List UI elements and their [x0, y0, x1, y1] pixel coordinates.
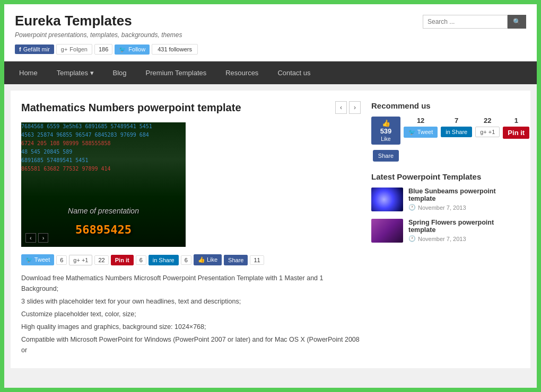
latest-item-date-1: 🕐 November 7, 2013: [408, 235, 520, 242]
latest-thumb-0: [371, 188, 403, 211]
fb-like-count: 👍 539: [377, 119, 395, 135]
gplus-share-btn[interactable]: g+ +1: [69, 255, 92, 265]
article-image: 7684568 6559 3e5h63 6891685 57489541 545…: [21, 122, 186, 247]
nav-resources[interactable]: Resources: [216, 61, 268, 84]
thumb-img-1: [371, 219, 403, 243]
search-button[interactable]: 🔍: [508, 15, 526, 29]
gplus-count: 186: [94, 44, 112, 55]
twitter-icon: 🐦: [119, 46, 126, 53]
latest-info-0: Blue Sunbeams powerpoint template 🕐 Nove…: [408, 188, 520, 211]
num-line-2: 4563 25874 96855 96547 6845283 97699 684: [21, 131, 186, 139]
latest-section: Latest Powerpoint Templates Blue Sunbeam…: [371, 172, 520, 243]
tweet-count: 6: [56, 255, 67, 265]
nav-blog[interactable]: Blog: [103, 61, 136, 84]
social-bar: f Gefällt mir g+ Folgen 186 🐦 Follow 431: [15, 44, 198, 55]
outer-border: Eureka Templates Powerpoint presentation…: [0, 0, 541, 392]
site-tagline: Powerpoint presentations, templates, bac…: [15, 31, 198, 39]
li-col: 7 in Share: [441, 117, 472, 137]
pin-count: 6: [136, 255, 146, 265]
latest-title: Latest Powerpoint Templates: [371, 172, 520, 181]
article-header: Mathematics Numbers powerpoint template …: [21, 101, 361, 114]
pin-sidebar-count: 1: [514, 117, 518, 124]
desc-1: Download free Mathematics Numbers Micros…: [21, 273, 361, 294]
recommend-grid: 👍 539 Like Share 12 🐦 Tweet: [371, 117, 520, 162]
nav-home[interactable]: Home: [10, 61, 47, 84]
latest-item-date-0: 🕐 November 7, 2013: [408, 204, 520, 211]
main-wrapper: Eureka Templates Powerpoint presentation…: [4, 4, 537, 388]
recommend-title: Recommend us: [371, 101, 520, 110]
tweet-sidebar-btn[interactable]: 🐦 Tweet: [404, 127, 438, 138]
nav-arrows: ‹ ›: [335, 101, 361, 114]
twitter-follow-btn[interactable]: 🐦 Follow: [115, 44, 150, 55]
slider-arrows: ‹ ›: [25, 233, 48, 243]
gplus-label: Folgen: [69, 46, 88, 52]
slider-next[interactable]: ›: [38, 233, 49, 243]
nav-premium[interactable]: Premium Templates: [136, 61, 216, 84]
li-sidebar-btn[interactable]: in Share: [441, 127, 472, 137]
like-count: 11: [250, 255, 264, 265]
fb-share-btn[interactable]: Share: [224, 255, 248, 265]
pin-sidebar-btn[interactable]: Pin it: [503, 127, 529, 139]
gplus-icon: g+: [61, 46, 68, 52]
search-input[interactable]: [423, 15, 508, 29]
gplus-follow-btn[interactable]: g+ Folgen: [56, 44, 92, 55]
gplus-sidebar-count: 22: [484, 117, 491, 124]
tweet-button[interactable]: 🐦 Tweet: [21, 254, 54, 265]
fb-like-btn[interactable]: 👍 Like: [194, 254, 222, 265]
num-line-4: 48 545 20845 589: [21, 148, 186, 156]
brand-area: Eureka Templates Powerpoint presentation…: [15, 13, 198, 55]
slider-prev[interactable]: ‹: [25, 233, 36, 243]
sidebar: Recommend us 👍 539 Like Share: [371, 101, 520, 358]
recommend-section: Recommend us 👍 539 Like Share: [371, 101, 520, 162]
num-line-1: 7684568 6559 3e5h63 6891685 57489541 545…: [21, 122, 186, 131]
presentation-label: Name of presentation: [68, 207, 139, 215]
share-row: 🐦 Tweet 6 g+ +1 22 Pin it 6 in Share 6 👍…: [21, 254, 361, 265]
desc-2: 3 slides with placeholder text for your …: [21, 296, 361, 307]
fb-like-label: Like: [381, 136, 390, 142]
nav-templates[interactable]: Templates ▾: [47, 61, 103, 84]
linkedin-btn[interactable]: in Share: [149, 255, 179, 265]
main-content: Mathematics Numbers powerpoint template …: [21, 101, 361, 358]
latest-item-title-0[interactable]: Blue Sunbeams powerpoint template: [408, 188, 520, 202]
fb-label: Gefällt mir: [23, 46, 50, 52]
list-item: Blue Sunbeams powerpoint template 🕐 Nove…: [371, 188, 520, 211]
twitter-count: 431 followers: [152, 44, 198, 55]
gplus-col: 22 g+ +1: [475, 117, 500, 137]
latest-info-1: Spring Flowers powerpoint template 🕐 Nov…: [408, 219, 520, 242]
num-line-3: 6724 205 108 98999 588555858: [21, 139, 186, 148]
facebook-like-btn[interactable]: f Gefällt mir: [15, 44, 54, 54]
site-title: Eureka Templates: [15, 13, 198, 29]
tweet-sidebar-count: 12: [417, 117, 424, 124]
prev-arrow[interactable]: ‹: [335, 101, 347, 114]
fb-col: 👍 539 Like Share: [371, 117, 400, 162]
header-top: Eureka Templates Powerpoint presentation…: [15, 13, 526, 55]
li-sidebar-count: 7: [455, 117, 458, 124]
image-bg: 7684568 6559 3e5h63 6891685 57489541 545…: [21, 122, 186, 247]
nav-contact[interactable]: Contact us: [268, 61, 320, 84]
desc-5: Compatible with Microsoft PowerPoint for…: [21, 334, 361, 355]
latest-item-title-1[interactable]: Spring Flowers powerpoint template: [408, 219, 520, 234]
share-label: Share: [378, 153, 394, 159]
gplus-sidebar-btn[interactable]: g+ +1: [475, 127, 500, 137]
facebook-icon: f: [19, 46, 21, 52]
search-area: 🔍: [423, 15, 526, 29]
nav-bar: Home Templates ▾ Blog Premium Templates …: [4, 61, 537, 84]
header: Eureka Templates Powerpoint presentation…: [4, 4, 537, 61]
list-item: Spring Flowers powerpoint template 🕐 Nov…: [371, 219, 520, 243]
clock-icon-0: 🕐: [408, 204, 416, 211]
gplus-share-count: 22: [94, 255, 108, 265]
fb-share-big[interactable]: Share: [373, 150, 399, 162]
fb-like-big[interactable]: 👍 539 Like: [371, 117, 400, 145]
twitter-col: 12 🐦 Tweet: [404, 117, 438, 138]
article-title: Mathematics Numbers powerpoint template: [21, 102, 241, 114]
twitter-label: Follow: [128, 46, 145, 52]
num-line-6: 865581 63682 77532 97899 414: [21, 165, 186, 173]
clock-icon-1: 🕐: [408, 235, 416, 242]
thumb-img-0: [371, 188, 403, 211]
pinterest-btn[interactable]: Pin it: [111, 255, 134, 265]
latest-thumb-1: [371, 219, 403, 243]
next-arrow[interactable]: ›: [349, 101, 361, 114]
big-numbers: 56895425: [75, 223, 132, 236]
li-count: 6: [181, 255, 191, 265]
content-area: Mathematics Numbers powerpoint template …: [11, 91, 530, 368]
